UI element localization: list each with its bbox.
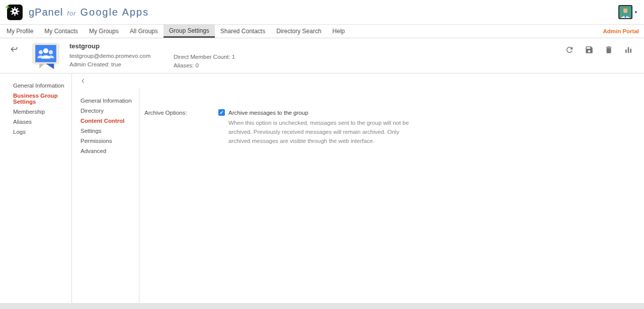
settings-panel-list: General Information Directory Content Co…	[72, 89, 139, 303]
panel-item-advanced[interactable]: Advanced	[72, 146, 139, 156]
panel-item-permissions[interactable]: Permissions	[72, 136, 139, 146]
archive-checkbox-label: Archive messages to the group	[228, 110, 308, 116]
sidebar-item-aliases[interactable]: Aliases	[0, 117, 71, 127]
archive-checkbox-row[interactable]: ✓ Archive messages to the group	[218, 109, 422, 116]
refresh-icon[interactable]	[565, 45, 574, 54]
panel-item-content-control[interactable]: Content Control	[72, 116, 139, 126]
group-member-count: Direct Member Count: 1	[174, 54, 235, 60]
nav-all-groups[interactable]: All Groups	[124, 25, 164, 38]
header-right: ▾	[618, 5, 637, 19]
spark-icon	[5, 3, 10, 12]
nav-spacer	[350, 25, 600, 38]
archive-options-control: ✓ Archive messages to the group When thi…	[218, 109, 422, 145]
archive-checkbox[interactable]: ✓	[218, 109, 225, 116]
footer-bar	[0, 303, 644, 309]
admin-portal-link[interactable]: Admin Portal	[600, 25, 642, 38]
panel-item-settings[interactable]: Settings	[72, 126, 139, 136]
delete-icon[interactable]	[604, 45, 613, 54]
stats-icon[interactable]	[624, 45, 633, 54]
brand-for: for	[67, 10, 76, 17]
top-header: gPanel for Google Apps ▾	[0, 0, 644, 24]
nav-my-profile[interactable]: My Profile	[1, 25, 39, 38]
collapse-chevron-icon[interactable]	[72, 73, 139, 89]
sidebar-item-logs[interactable]: Logs	[0, 127, 71, 137]
archive-help-text: When this option is unchecked, messages …	[228, 119, 422, 145]
avatar-dropdown-caret[interactable]: ▾	[634, 10, 637, 15]
group-header: testgroup testgroup@demo.promevo.com Adm…	[0, 38, 644, 73]
panel-item-directory[interactable]: Directory	[72, 106, 139, 116]
group-sidebar: General Information Business Group Setti…	[0, 73, 72, 303]
back-arrow-icon[interactable]	[8, 43, 20, 55]
content-control-form: Archive Options: ✓ Archive messages to t…	[139, 73, 644, 303]
group-aliases: Aliases: 0	[174, 62, 235, 68]
group-email: testgroup@demo.promevo.com	[69, 53, 174, 59]
group-info: testgroup testgroup@demo.promevo.com Adm…	[69, 42, 235, 71]
gpanel-logo	[7, 5, 23, 20]
google-groups-icon	[31, 41, 60, 72]
gpanel-app: gPanel for Google Apps ▾ My Profile My C…	[0, 0, 644, 309]
user-avatar[interactable]	[618, 5, 632, 19]
gear-icon	[9, 6, 21, 19]
nav-my-contacts[interactable]: My Contacts	[39, 25, 84, 38]
brand-gpanel: gPanel	[29, 7, 63, 18]
group-info-col2: Direct Member Count: 1 Aliases: 0	[174, 42, 235, 71]
nav-directory-search[interactable]: Directory Search	[271, 25, 327, 38]
nav-help[interactable]: Help	[327, 25, 351, 38]
save-icon[interactable]	[585, 45, 594, 54]
sidebar-item-general-information[interactable]: General Information	[0, 81, 71, 91]
brand-title: gPanel for Google Apps	[29, 7, 149, 18]
body-area: General Information Business Group Setti…	[0, 73, 644, 303]
nav-group-settings[interactable]: Group Settings	[164, 25, 215, 38]
group-info-col1: testgroup testgroup@demo.promevo.com Adm…	[69, 42, 174, 71]
main-nav: My Profile My Contacts My Groups All Gro…	[0, 24, 644, 38]
brand-product: Google Apps	[80, 7, 149, 18]
nav-my-groups[interactable]: My Groups	[84, 25, 124, 38]
group-toolbar	[565, 45, 633, 54]
archive-options-label: Archive Options:	[144, 109, 218, 116]
nav-shared-contacts[interactable]: Shared Contacts	[215, 25, 271, 38]
sidebar-item-business-group-settings[interactable]: Business Group Settings	[0, 91, 71, 107]
sidebar-item-membership[interactable]: Membership	[0, 107, 71, 117]
group-admin-created: Admin Created: true	[69, 61, 174, 67]
group-title: testgroup	[69, 42, 174, 50]
settings-panel: General Information Directory Content Co…	[72, 73, 139, 303]
panel-item-general-information[interactable]: General Information	[72, 96, 139, 106]
